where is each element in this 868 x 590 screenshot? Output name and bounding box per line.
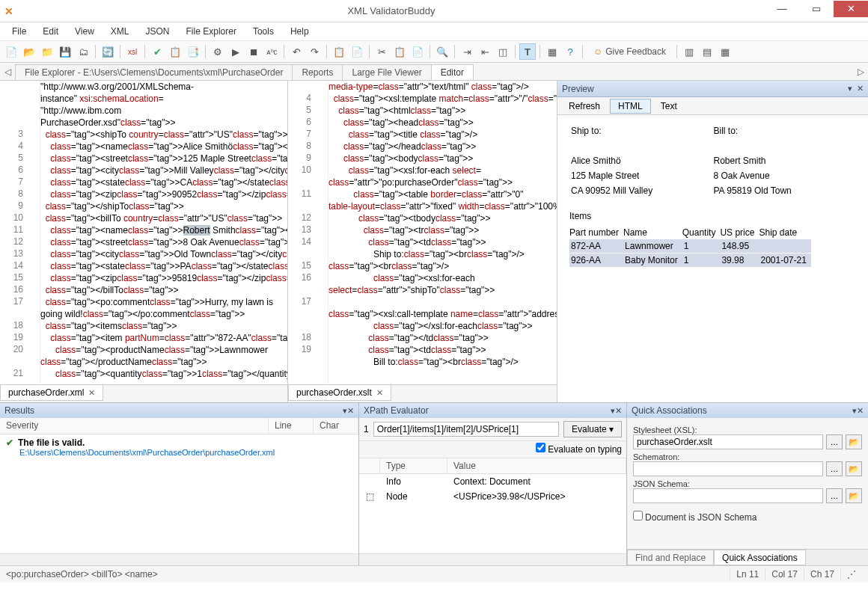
give-feedback-button[interactable]: ☺Give Feedback (587, 43, 673, 60)
outdent-icon[interactable]: ⇤ (477, 43, 493, 60)
tab-find-replace[interactable]: Find and Replace (627, 550, 714, 565)
list-item[interactable]: InfoContext: Document (359, 474, 626, 489)
menu-file-explorer[interactable]: File Explorer (179, 24, 244, 39)
close-tab-icon[interactable]: ✕ (88, 388, 95, 398)
separator (454, 45, 455, 58)
menu-help[interactable]: Help (283, 24, 317, 39)
preview-html-tab[interactable]: HTML (610, 99, 651, 114)
wellformed-icon[interactable]: 📋 (167, 43, 183, 60)
help-icon[interactable]: ? (562, 43, 578, 60)
xsl-open-button[interactable]: 📂 (846, 434, 862, 449)
xsl-browse-button[interactable]: … (826, 434, 843, 449)
json-schema-input[interactable] (633, 488, 823, 503)
preview-pane: Preview ▾ ✕ Refresh HTML Text Ship to: B… (557, 81, 868, 402)
preview-tabs: Refresh HTML Text (557, 97, 868, 115)
preview-close-icon[interactable]: ✕ (857, 84, 864, 93)
status-bar: <po:purchaseOrder> <billTo> <name> Ln 11… (0, 565, 868, 582)
preview-pin-icon[interactable]: ▾ (848, 84, 852, 93)
schematron-open-button[interactable]: 📂 (846, 461, 862, 476)
items-table: Part number Name Quantity US price Ship … (569, 226, 811, 268)
run-icon[interactable]: ▶ (227, 43, 244, 60)
text-mode-icon[interactable]: T (519, 43, 536, 60)
file-tab-purchaseorder-xml[interactable]: purchaseOrder.xml✕ (0, 385, 103, 401)
panel1-icon[interactable]: ▥ (681, 43, 697, 60)
resize-grip-icon[interactable]: ⋰ (840, 569, 862, 580)
redo-icon[interactable]: ↷ (306, 43, 323, 60)
json-schema-label: JSON Schema: (633, 479, 862, 488)
xsl-icon[interactable]: xsl (124, 43, 141, 60)
list-item[interactable]: ⬚Node<USPrice>39.98</USPrice> (359, 489, 626, 504)
preview-text-tab[interactable]: Text (652, 99, 685, 114)
file-tab-purchaseorder-xslt[interactable]: purchaseOrder.xslt✕ (288, 385, 391, 401)
schematron-input[interactable] (633, 461, 823, 476)
xsl-input[interactable] (633, 434, 823, 449)
xml-editor[interactable]: 3456789101112131415161718192021 "http://… (0, 81, 287, 384)
open-file-icon[interactable]: 📂 (21, 43, 37, 60)
json-browse-button[interactable]: … (826, 488, 843, 503)
save-all-icon[interactable]: 🗂 (75, 43, 91, 60)
preview-header: Preview ▾ ✕ (557, 81, 868, 97)
xslt-editor[interactable]: 45678910111213141516171819 media-type=cl… (288, 81, 557, 384)
evaluate-button[interactable]: Evaluate ▾ (563, 421, 622, 437)
menu-edit[interactable]: Edit (35, 24, 66, 39)
separator (120, 45, 120, 58)
close-button[interactable]: ✕ (834, 1, 868, 17)
schema-icon[interactable]: 📑 (185, 43, 201, 60)
new-file-icon[interactable]: 📄 (3, 43, 19, 60)
menu-json[interactable]: JSON (138, 24, 177, 39)
results-file-link[interactable]: E:\Users\Clemens\Documents\xml\PurchaseO… (19, 448, 352, 457)
panel2-icon[interactable]: ▤ (699, 43, 715, 60)
tabs-scroll-left-icon[interactable]: ◁ (0, 67, 15, 77)
copy-icon[interactable]: 📋 (391, 43, 408, 60)
json-open-button[interactable]: 📂 (846, 488, 862, 503)
assoc-sub-tabs: Find and Replace Quick Associations (627, 549, 868, 565)
validate-icon[interactable]: ✔ (149, 43, 165, 60)
separator (95, 45, 96, 58)
open-folder-icon[interactable]: 📁 (39, 43, 55, 60)
menu-tools[interactable]: Tools (245, 24, 281, 39)
tab-quick-associations[interactable]: Quick Associations (714, 550, 806, 565)
schematron-browse-button[interactable]: … (826, 461, 843, 476)
properties-icon[interactable]: ▦ (544, 43, 560, 60)
transform-icon[interactable]: ⚙ (210, 43, 226, 60)
valid-check-icon: ✔ (6, 437, 13, 448)
maximize-button[interactable]: ▭ (799, 1, 834, 17)
refresh-icon[interactable]: 🔄 (100, 43, 116, 60)
results-close-icon[interactable]: ✕ (347, 406, 354, 416)
menu-view[interactable]: View (67, 24, 102, 39)
menu-xml[interactable]: XML (103, 24, 137, 39)
ship-city: CA 90952 Mill Valley (571, 185, 712, 199)
find-icon[interactable]: 🔍 (434, 43, 450, 60)
close-tab-icon[interactable]: ✕ (376, 388, 383, 398)
tab-editor[interactable]: Editor (431, 64, 474, 80)
doc-is-json-schema-checkbox[interactable]: Document is JSON Schema (633, 511, 862, 523)
indent-icon[interactable]: ⇥ (459, 43, 475, 60)
xpath-input[interactable] (373, 422, 559, 437)
separator (144, 45, 145, 58)
mid-file-tabs: purchaseOrder.xslt✕ (288, 384, 557, 402)
evaluate-on-typing-checkbox[interactable]: Evaluate on typing (536, 444, 622, 455)
menu-file[interactable]: File (4, 24, 34, 39)
panel3-icon[interactable]: ▦ (717, 43, 733, 60)
undo-icon[interactable]: ↶ (288, 43, 305, 60)
xpath-scrollbar[interactable] (359, 553, 626, 565)
xpath-close-icon[interactable]: ✕ (615, 406, 622, 416)
main-split: 3456789101112131415161718192021 "http://… (0, 81, 868, 402)
results-scrollbar[interactable] (0, 553, 358, 565)
tabs-scroll-right-icon[interactable]: ▷ (853, 67, 868, 77)
preview-refresh-button[interactable]: Refresh (560, 99, 608, 114)
stop-icon[interactable]: ⏹ (245, 43, 262, 60)
tab-reports[interactable]: Reports (292, 64, 343, 80)
paste-icon[interactable]: 📄 (409, 43, 426, 60)
minimize-button[interactable]: — (765, 1, 799, 17)
paste-doc-icon[interactable]: 📄 (349, 43, 365, 60)
save-icon[interactable]: 💾 (57, 43, 73, 60)
comment-icon[interactable]: ◫ (495, 43, 511, 60)
tab-file-explorer[interactable]: File Explorer - E:\Users\Clemens\Documen… (15, 64, 293, 80)
cut-icon[interactable]: ✂ (373, 43, 390, 60)
assoc-close-icon[interactable]: ✕ (857, 406, 864, 416)
format-icon[interactable]: ᴀᵇc (263, 43, 280, 60)
copy-doc-icon[interactable]: 📋 (331, 43, 347, 60)
ship-name: Alice Smithö (571, 156, 712, 169)
tab-large-file-viewer[interactable]: Large File Viewer (342, 64, 431, 80)
